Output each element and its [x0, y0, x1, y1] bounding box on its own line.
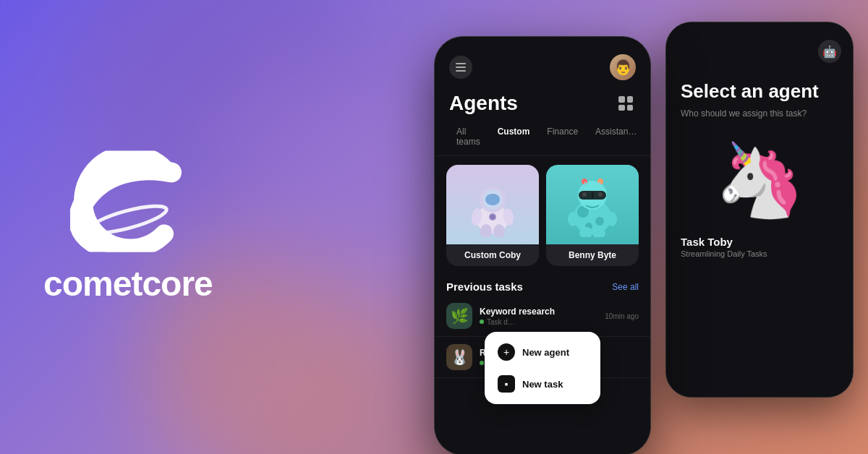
- svg-point-19: [598, 192, 603, 197]
- tab-custom[interactable]: Custom: [490, 124, 537, 150]
- tab-all-teams[interactable]: All teams: [449, 124, 488, 150]
- agents-grid: Custom Coby: [435, 156, 650, 275]
- title-row: Agents: [435, 86, 650, 118]
- task-toby-description: Streamlining Daily Tasks: [666, 249, 853, 258]
- new-agent-icon: +: [498, 343, 515, 361]
- svg-point-4: [485, 194, 500, 205]
- task-info-keyword: Keyword research Task d…: [480, 307, 597, 326]
- robot-icon: 🤖: [818, 40, 841, 63]
- status-text-keyword: Task d…: [487, 318, 515, 326]
- page-title: Agents: [449, 92, 518, 115]
- svg-point-13: [595, 217, 604, 226]
- agent-card-benny-byte[interactable]: Benny Byte: [546, 165, 639, 266]
- menu-icon[interactable]: [449, 56, 472, 79]
- phone-back: 🤖 Select an agent Who should we assign t…: [665, 22, 854, 398]
- tasks-section-title: Previous tasks: [446, 280, 523, 293]
- phone-header: 👨: [435, 43, 650, 86]
- custom-coby-image: [446, 165, 539, 244]
- benny-byte-image: [546, 165, 639, 244]
- see-all-link[interactable]: See all: [612, 282, 639, 292]
- benny-byte-label: Benny Byte: [546, 244, 639, 266]
- task-icon-reserve: 🐰: [446, 344, 472, 370]
- task-icon-keyword: 🌿: [446, 303, 472, 329]
- user-avatar[interactable]: 👨: [610, 54, 636, 80]
- select-agent-title: Select an agent: [666, 69, 853, 106]
- popup-new-task[interactable]: ▪ New task: [489, 368, 596, 400]
- tab-finance[interactable]: Finance: [540, 124, 585, 150]
- task-name-keyword: Keyword research: [480, 307, 597, 317]
- popup-menu: + New agent ▪ New task: [485, 332, 600, 404]
- new-agent-label: New agent: [522, 347, 569, 358]
- popup-new-agent[interactable]: + New agent: [489, 336, 596, 368]
- new-task-label: New task: [522, 379, 563, 390]
- svg-point-24: [568, 212, 578, 226]
- agent-card-custom-coby[interactable]: Custom Coby: [446, 165, 539, 266]
- tab-assistant[interactable]: Assistan…: [588, 124, 644, 150]
- svg-point-18: [582, 192, 587, 197]
- tasks-section-header: Previous tasks See all: [435, 275, 650, 296]
- task-toby-image: 🦄: [666, 130, 853, 230]
- logo-icon: [70, 151, 186, 252]
- phones-container: 🤖 Select an agent Who should we assign t…: [376, 0, 868, 454]
- logo-area: cometcore: [43, 151, 213, 304]
- phone-front: 👨 Agents All teams Custom Finance Assist…: [434, 36, 651, 454]
- task-toby-name: Task Toby: [666, 230, 853, 249]
- grid-view-icon[interactable]: [616, 93, 636, 113]
- status-dot-reserve: [480, 361, 484, 365]
- task-item-keyword[interactable]: 🌿 Keyword research Task d… 10min ago: [435, 296, 650, 337]
- new-task-icon: ▪: [498, 375, 515, 393]
- custom-coby-label: Custom Coby: [446, 244, 539, 266]
- task-status-keyword: Task d…: [480, 318, 597, 326]
- status-dot-keyword: [480, 320, 484, 324]
- svg-point-10: [490, 215, 495, 219]
- svg-point-25: [607, 212, 617, 226]
- select-agent-subtitle: Who should we assign this task?: [666, 106, 853, 130]
- brand-name: cometcore: [43, 264, 213, 304]
- task-time-keyword: 10min ago: [605, 312, 639, 320]
- svg-rect-17: [592, 192, 593, 198]
- tabs-row: All teams Custom Finance Assistan…: [435, 118, 650, 156]
